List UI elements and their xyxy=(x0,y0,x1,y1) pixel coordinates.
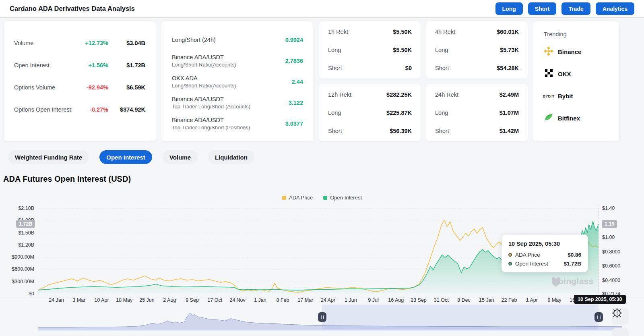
trending-title: Trending xyxy=(544,31,609,37)
x-axis-tick: 1 Jan xyxy=(254,297,266,303)
left-axis-tick: $1.50B xyxy=(2,230,34,236)
x-axis-tick: 23 Sep xyxy=(411,297,427,303)
ratio-value: 3.0377 xyxy=(285,120,303,127)
exchange-name: Bitfinex xyxy=(558,115,580,122)
crosshair-date-label: 10 Sep 2025, 05:30 xyxy=(574,295,626,304)
trending-item-okx[interactable]: OKX xyxy=(544,63,609,85)
exchange-name: Bybit xyxy=(558,93,573,100)
chart-tooltip: 10 Sep 2025, 05:30 ADA Price $0.86 Open … xyxy=(502,234,588,272)
short-button[interactable]: Short xyxy=(528,2,557,15)
stat-row: Volume +12.73% $3.04B xyxy=(14,32,145,54)
x-axis-tick: 24 Apr xyxy=(321,297,335,303)
rekt-side-value: $0 xyxy=(405,65,412,71)
ratio-value: 0.9924 xyxy=(285,37,303,43)
ratio-value: 2.44 xyxy=(292,79,303,85)
ratio-label: Binance ADA/USDT xyxy=(172,54,281,60)
bitfinex-icon xyxy=(544,113,553,124)
stat-value: $6.59K xyxy=(108,84,145,91)
trending-item-bitfinex[interactable]: Bitfinex xyxy=(544,107,609,129)
analytics-button[interactable]: Analytics xyxy=(596,2,634,15)
x-axis-tick: 8 Dec xyxy=(457,297,471,303)
tooltip-series-dot xyxy=(508,262,512,265)
rekt-card-24h: 24h Rekt $2.49M Long $1.07M Short $1.42M xyxy=(426,84,528,142)
x-axis-tick: 17 Mar xyxy=(297,297,313,303)
legend-item[interactable]: Open Interest xyxy=(323,195,362,201)
tab-open-interest[interactable]: Open Interest xyxy=(99,150,152,164)
stat-label: Options Open Interest xyxy=(14,106,71,113)
ratio-value: 2.7836 xyxy=(285,58,303,64)
ratio-label: Long/Short (24h) xyxy=(172,37,281,43)
stat-change: -92.94% xyxy=(71,84,108,91)
stat-label: Volume xyxy=(14,40,71,46)
trending-item-binance[interactable]: Binance xyxy=(544,41,609,63)
stat-change: -0.27% xyxy=(71,106,108,113)
legend-item[interactable]: ADA Price xyxy=(282,195,313,201)
rekt-total: $60.01K xyxy=(497,29,519,35)
tab-liquidation[interactable]: Liquidation xyxy=(208,150,254,164)
rekt-side-value: $54.28K xyxy=(497,65,519,71)
stat-row: Options Open Interest -0.27% $374.92K xyxy=(14,98,145,120)
topbar: Cardano ADA Derivatives Data Analysis Lo… xyxy=(0,0,644,18)
tooltip-series-dot xyxy=(508,253,512,257)
rekt-card-4h: 4h Rekt $60.01K Long $5.73K Short $54.28… xyxy=(426,21,528,79)
main-content: Volume +12.73% $3.04B Open Interest +1.5… xyxy=(0,21,644,336)
right-axis-tick: $1.00 xyxy=(602,234,615,240)
tooltip-rows: ADA Price $0.86 Open Interest $1.72B xyxy=(508,252,581,267)
x-axis-tick: 18 May xyxy=(116,297,132,303)
stat-row: Options Volume -92.94% $6.59K xyxy=(14,76,145,98)
legend-label: ADA Price xyxy=(289,195,313,201)
chart-title: ADA Futures Open Interest (USD) xyxy=(3,174,644,184)
x-axis-tick: 9 Sep xyxy=(186,297,199,303)
rekt-side-value: $1.42M xyxy=(500,128,519,134)
navigator-left-handle[interactable] xyxy=(318,312,326,322)
rekt-side-value: $5.50K xyxy=(393,47,412,53)
main-chart[interactable]: $2.10B$1.80B$1.50B$1.20B$900.00M$600.00M… xyxy=(0,203,644,305)
rekt-title: 12h Rekt xyxy=(328,91,351,98)
ratio-sublabel: Long/Short Ratio(Accounts) xyxy=(172,83,288,89)
tooltip-series-label: ADA Price xyxy=(515,252,564,258)
okx-icon xyxy=(545,69,553,79)
rekt-side-label: Short xyxy=(328,65,342,71)
rekt-card-1h: 1h Rekt $5.50K Long $5.50K Short $0 xyxy=(319,21,421,79)
rekt-cards: 1h Rekt $5.50K Long $5.50K Short $0 4h R… xyxy=(319,21,528,142)
tooltip-series-label: Open Interest xyxy=(515,261,560,267)
legend-swatch xyxy=(323,196,327,200)
ratio-label: Binance ADA/USDT xyxy=(172,96,285,102)
tab-weighted-funding-rate[interactable]: Weighted Funding Rate xyxy=(8,150,89,164)
rekt-card-12h: 12h Rekt $282.25K Long $225.87K Short $5… xyxy=(319,84,421,142)
market-stats-card: Volume +12.73% $3.04B Open Interest +1.5… xyxy=(3,21,156,142)
navigator-track xyxy=(38,330,622,331)
tooltip-row: Open Interest $1.72B xyxy=(508,261,581,267)
chart-settings-button[interactable]: ! xyxy=(612,308,629,325)
left-axis-tick: $1.20B xyxy=(2,242,34,248)
x-axis-tick: 9 May xyxy=(547,297,561,303)
binance-icon xyxy=(544,47,553,57)
trending-list: Binance OKX BYB!T Bybit Bitfinex xyxy=(544,41,609,129)
x-axis-tick: 8 Feb xyxy=(277,297,289,303)
ratio-value: 3.122 xyxy=(289,100,303,106)
x-axis-tick: 9 Jul xyxy=(368,297,378,303)
long-button[interactable]: Long xyxy=(495,2,523,15)
trending-item-bybit[interactable]: BYB!T Bybit xyxy=(544,85,609,107)
chart-secondary-button[interactable] xyxy=(612,328,629,336)
right-axis-tick: $0.4000 xyxy=(602,278,620,283)
rekt-total: $282.25K xyxy=(386,91,412,98)
rekt-title: 24h Rekt xyxy=(435,91,458,98)
x-axis-tick: 2 Aug xyxy=(163,297,176,303)
navigator-right-handle[interactable] xyxy=(594,312,603,322)
tooltip-series-value: $0.86 xyxy=(568,252,581,258)
rekt-title: 1h Rekt xyxy=(328,29,348,35)
rekt-side-label: Long xyxy=(435,110,448,116)
left-axis-tick: $600.00M xyxy=(2,266,34,272)
stat-label: Open Interest xyxy=(14,62,71,68)
left-axis-tick: $300.00M xyxy=(2,279,34,284)
x-axis-tick: 24 Nov xyxy=(229,297,246,303)
tooltip-row: ADA Price $0.86 xyxy=(508,252,581,258)
trade-button[interactable]: Trade xyxy=(561,2,590,15)
summary-cards: Volume +12.73% $3.04B Open Interest +1.5… xyxy=(3,21,641,142)
stat-change: +1.56% xyxy=(71,62,108,68)
tab-volume[interactable]: Volume xyxy=(163,150,198,164)
legend-label: Open Interest xyxy=(330,195,362,201)
rekt-total: $2.49M xyxy=(500,91,519,98)
x-axis-tick: 15 Jan xyxy=(479,297,494,303)
